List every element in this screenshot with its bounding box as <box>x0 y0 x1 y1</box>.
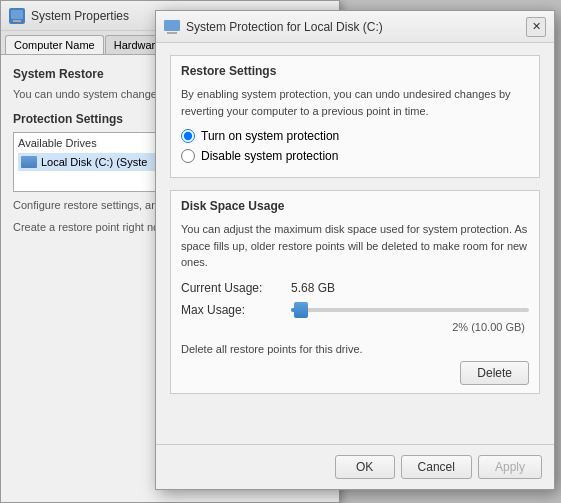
tab-computer-name[interactable]: Computer Name <box>5 35 104 54</box>
cancel-button[interactable]: Cancel <box>401 455 472 479</box>
restore-settings-group: Restore Settings By enabling system prot… <box>170 55 540 178</box>
delete-description: Delete all restore points for this drive… <box>181 343 529 355</box>
slider-track <box>291 308 529 312</box>
max-usage-row: Max Usage: <box>181 303 529 317</box>
dialog-titlebar: System Protection for Local Disk (C:) ✕ <box>156 11 554 43</box>
disk-space-title: Disk Space Usage <box>181 199 529 213</box>
dialog-title-icon <box>164 19 180 35</box>
bg-window-title: System Properties <box>31 9 129 23</box>
radio-turn-on[interactable]: Turn on system protection <box>181 129 529 143</box>
dialog-footer: OK Cancel Apply <box>156 444 554 489</box>
current-usage-value: 5.68 GB <box>291 281 335 295</box>
svg-rect-3 <box>167 32 177 34</box>
disk-space-section: Disk Space Usage You can adjust the maxi… <box>170 190 540 394</box>
current-usage-label: Current Usage: <box>181 281 291 295</box>
dialog-close-button[interactable]: ✕ <box>526 17 546 37</box>
restore-radio-group: Turn on system protection Disable system… <box>181 129 529 163</box>
radio-disable[interactable]: Disable system protection <box>181 149 529 163</box>
ok-button[interactable]: OK <box>335 455 395 479</box>
system-properties-icon <box>9 8 25 24</box>
drive-icon <box>21 156 37 168</box>
dialog-title-text: System Protection for Local Disk (C:) <box>186 20 526 34</box>
svg-rect-0 <box>11 10 23 19</box>
disk-space-desc: You can adjust the maximum disk space us… <box>181 221 529 271</box>
delete-btn-row: Delete <box>181 361 529 385</box>
apply-button[interactable]: Apply <box>478 455 542 479</box>
restore-settings-title: Restore Settings <box>181 64 529 78</box>
slider-thumb[interactable] <box>294 302 308 318</box>
system-protection-dialog: System Protection for Local Disk (C:) ✕ … <box>155 10 555 490</box>
svg-rect-2 <box>164 20 180 31</box>
dialog-body: Restore Settings By enabling system prot… <box>156 43 554 444</box>
current-usage-row: Current Usage: 5.68 GB <box>181 281 529 295</box>
restore-settings-desc: By enabling system protection, you can u… <box>181 86 529 119</box>
svg-rect-1 <box>13 20 21 22</box>
drive-item-label: Local Disk (C:) (Syste <box>41 156 147 168</box>
max-usage-label: Max Usage: <box>181 303 291 317</box>
delete-button[interactable]: Delete <box>460 361 529 385</box>
radio-turn-on-label: Turn on system protection <box>201 129 339 143</box>
radio-turn-on-input[interactable] <box>181 129 195 143</box>
radio-disable-input[interactable] <box>181 149 195 163</box>
slider-percent-label: 2% (10.00 GB) <box>181 321 529 333</box>
radio-disable-label: Disable system protection <box>201 149 338 163</box>
max-usage-slider-container <box>291 308 529 312</box>
